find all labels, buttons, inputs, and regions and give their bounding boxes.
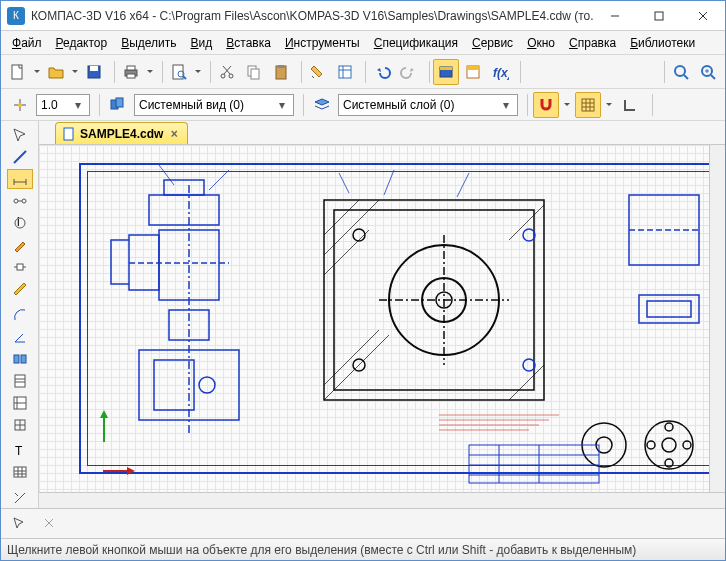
svg-line-16 <box>223 66 230 74</box>
snap-dropdown[interactable] <box>562 92 572 118</box>
menu-tools[interactable]: Инструменты <box>278 33 367 53</box>
separator <box>425 61 430 83</box>
measure-tool[interactable] <box>7 279 33 299</box>
menu-view[interactable]: Вид <box>184 33 220 53</box>
properties-button[interactable] <box>332 59 358 85</box>
svg-rect-25 <box>440 67 452 70</box>
ortho-button[interactable] <box>617 92 643 118</box>
zoom-in-button[interactable] <box>668 59 694 85</box>
svg-point-112 <box>647 441 655 449</box>
svg-point-50 <box>22 199 26 203</box>
dimensions-tool[interactable] <box>7 169 33 189</box>
views-tool[interactable] <box>7 349 33 369</box>
manager-button[interactable] <box>460 59 486 85</box>
chevron-down-icon[interactable]: ▾ <box>71 98 85 112</box>
maximize-button[interactable] <box>637 1 681 31</box>
minimize-button[interactable] <box>593 1 637 31</box>
selection-tool[interactable] <box>7 125 33 145</box>
paste-button[interactable] <box>268 59 294 85</box>
menu-insert[interactable]: Вставка <box>219 33 278 53</box>
snap-button[interactable] <box>533 92 559 118</box>
view-toolbar: 1.0 ▾ Системный вид (0) ▾ Системный слой… <box>1 89 725 121</box>
layer-combo[interactable]: Системный слой (0) ▾ <box>338 94 518 116</box>
save-button[interactable] <box>81 59 107 85</box>
svg-rect-18 <box>251 69 259 79</box>
new-dropdown[interactable] <box>32 59 42 85</box>
print-dropdown[interactable] <box>145 59 155 85</box>
new-button[interactable] <box>5 59 31 85</box>
tab-sample4[interactable]: SAMPLE4.cdw × <box>55 122 188 144</box>
geometry-tool[interactable] <box>7 147 33 167</box>
menu-window[interactable]: Окно <box>520 33 562 53</box>
symbols-tool[interactable] <box>7 191 33 211</box>
svg-line-32 <box>711 75 715 79</box>
views-button[interactable] <box>105 92 131 118</box>
svg-text:f(x): f(x) <box>493 66 509 80</box>
workspace: i T SAMPLE4.cdw × <box>1 121 725 508</box>
close-button[interactable] <box>681 1 725 31</box>
separator <box>361 61 366 83</box>
svg-point-49 <box>14 199 18 203</box>
svg-point-94 <box>523 359 535 371</box>
zoom-fit-button[interactable] <box>695 59 721 85</box>
redo-button[interactable] <box>396 59 422 85</box>
arc-tool[interactable] <box>7 305 33 325</box>
text-tool[interactable]: T <box>7 440 33 460</box>
svg-rect-81 <box>154 360 194 410</box>
spec-tool[interactable] <box>7 371 33 391</box>
format-painter-button[interactable] <box>305 59 331 85</box>
menu-file[interactable]: Файл <box>5 33 49 53</box>
vertical-scrollbar[interactable] <box>709 145 725 492</box>
svg-line-95 <box>324 200 359 235</box>
view-combo[interactable]: Системный вид (0) ▾ <box>134 94 294 116</box>
main-area: SAMPLE4.cdw × <box>39 121 725 508</box>
drawing-canvas[interactable] <box>39 145 709 492</box>
print-button[interactable] <box>118 59 144 85</box>
prop-lock[interactable] <box>37 511 63 537</box>
roughness-tool[interactable]: i <box>7 213 33 233</box>
svg-point-29 <box>675 66 685 76</box>
edit-tool[interactable] <box>7 235 33 255</box>
angle-tool[interactable] <box>7 327 33 347</box>
svg-point-82 <box>199 377 215 393</box>
svg-rect-39 <box>116 98 123 107</box>
preview-dropdown[interactable] <box>193 59 203 85</box>
copy-button[interactable] <box>241 59 267 85</box>
prop-pointer[interactable] <box>7 511 33 537</box>
technical-drawing <box>39 145 709 492</box>
cut-button[interactable] <box>214 59 240 85</box>
undo-button[interactable] <box>369 59 395 85</box>
tab-close-button[interactable]: × <box>167 127 181 141</box>
separator <box>299 94 304 116</box>
svg-rect-105 <box>647 301 691 317</box>
svg-text:T: T <box>15 444 23 458</box>
layers-button[interactable] <box>309 92 335 118</box>
horizontal-scrollbar[interactable] <box>39 492 725 508</box>
state-button[interactable] <box>7 92 33 118</box>
library-button[interactable] <box>433 59 459 85</box>
menu-libraries[interactable]: Библиотеки <box>623 33 702 53</box>
reports-tool[interactable] <box>7 393 33 413</box>
menu-spec[interactable]: Спецификация <box>367 33 465 53</box>
insert-tool[interactable] <box>7 415 33 435</box>
menu-editor[interactable]: Редактор <box>49 33 115 53</box>
separator <box>523 94 528 116</box>
menu-service[interactable]: Сервис <box>465 33 520 53</box>
menu-select[interactable]: Выделить <box>114 33 183 53</box>
grid-dropdown[interactable] <box>604 92 614 118</box>
svg-point-113 <box>683 441 691 449</box>
svg-rect-9 <box>127 74 135 78</box>
scale-combo[interactable]: 1.0 ▾ <box>36 94 90 116</box>
hatch-tool[interactable] <box>7 488 33 508</box>
open-button[interactable] <box>43 59 69 85</box>
open-dropdown[interactable] <box>70 59 80 85</box>
preview-button[interactable] <box>166 59 192 85</box>
table-tool[interactable] <box>7 462 33 482</box>
grid-button[interactable] <box>575 92 601 118</box>
menu-help[interactable]: Справка <box>562 33 623 53</box>
chevron-down-icon[interactable]: ▾ <box>275 98 289 112</box>
param-tool[interactable] <box>7 257 33 277</box>
separator <box>660 61 665 83</box>
variables-button[interactable]: f(x) <box>487 59 513 85</box>
chevron-down-icon[interactable]: ▾ <box>499 98 513 112</box>
